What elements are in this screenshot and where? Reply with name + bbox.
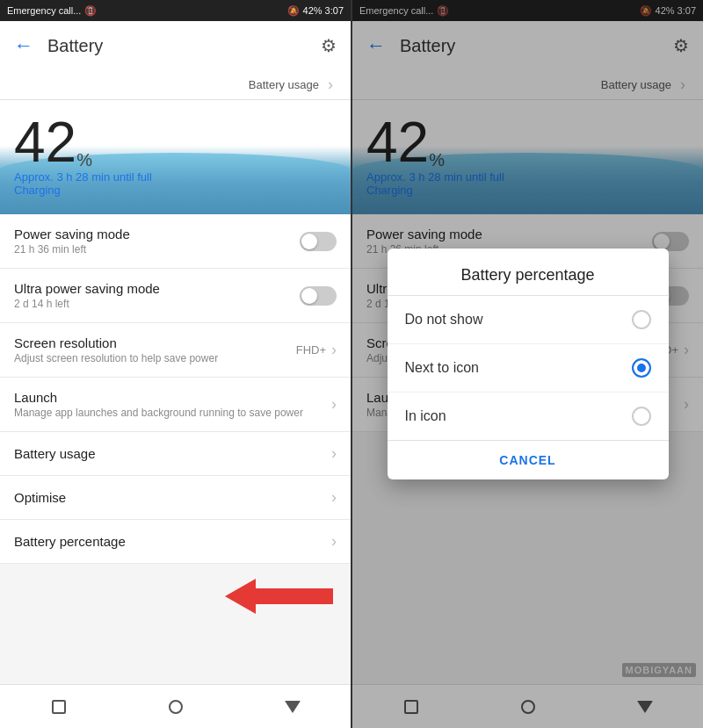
next-to-icon-radio[interactable] [632,358,651,378]
optimise-item[interactable]: Optimise › [0,476,351,520]
dialog-overlay: Battery percentage Do not show Next to i… [352,0,703,728]
screen-resolution-title: Screen resolution [14,335,296,350]
page-title-left: Battery [47,36,307,56]
notification-icon-left: 📵 [84,5,97,17]
ultra-power-saving-sub: 2 d 14 h left [14,298,300,310]
dialog-option-in-icon[interactable]: In icon [388,393,669,440]
do-not-show-radio[interactable] [632,310,651,329]
top-bar-left: ← Battery ⚙ [0,21,351,70]
red-arrow-overlay [225,579,333,614]
battery-time-left: Approx. 3 h 28 min until full [14,170,337,184]
bottom-nav-left [0,684,351,728]
optimise-chevron: › [331,488,337,507]
home-icon-left [169,700,183,714]
power-saving-toggle[interactable] [300,232,337,251]
battery-status-left: Charging [14,184,337,197]
optimise-content: Optimise [14,490,326,505]
power-saving-content: Power saving mode 21 h 36 min left [14,227,300,256]
battery-percentage-right: › [326,532,337,551]
back-button-left[interactable]: ← [14,34,33,57]
launch-item[interactable]: Launch Manage app launches and backgroun… [0,378,351,432]
power-saving-title: Power saving mode [14,227,300,241]
ultra-power-saving-title: Ultra power saving mode [14,281,300,296]
optimise-title: Optimise [14,490,326,505]
screen-resolution-chevron: › [331,341,337,359]
optimise-right: › [326,488,337,507]
nav-recents-left[interactable] [46,694,72,720]
settings-icon-left[interactable]: ⚙ [321,35,337,56]
launch-sub: Manage app launches and background runni… [14,407,326,419]
status-bar-left-info: Emergency call... 📵 [7,5,97,17]
screen-resolution-sub: Adjust screen resolution to help save po… [14,352,296,364]
back-icon-left [285,701,301,713]
dialog-option-next-to-icon[interactable]: Next to icon [388,344,669,393]
in-icon-radio[interactable] [632,407,651,426]
battery-percentage-dialog: Battery percentage Do not show Next to i… [388,249,669,479]
ultra-power-saving-content: Ultra power saving mode 2 d 14 h left [14,281,300,310]
power-saving-sub: 21 h 36 min left [14,243,300,256]
battery-percent-left: 42 [14,114,76,170]
dialog-title: Battery percentage [388,249,669,295]
battery-percentage-item[interactable]: Battery percentage › [0,520,351,564]
battery-status-left: 42% 3:07 [303,5,344,16]
nav-back-left[interactable] [279,694,306,720]
battery-percentage-chevron: › [331,532,337,551]
nav-home-left[interactable] [163,694,189,720]
battery-display-left: 42 % Approx. 3 h 28 min until full Charg… [0,100,351,214]
battery-usage-chevron2: › [331,444,337,463]
recents-icon-left [52,700,66,714]
battery-usage-right: › [326,444,337,463]
right-panel: Emergency call... 📵 🔕 42% 3:07 ← Battery… [352,0,703,728]
dialog-option-do-not-show[interactable]: Do not show [388,296,669,344]
emergency-call-left: Emergency call... [7,5,81,16]
status-bar-right-info: 🔕 42% 3:07 [287,5,344,17]
status-bar-left: Emergency call... 📵 🔕 42% 3:07 [0,0,351,21]
battery-usage-link-label-left: Battery usage [249,78,319,91]
launch-title: Launch [14,390,326,405]
dialog-cancel-button[interactable]: CANCEL [388,441,669,479]
do-not-show-label: Do not show [405,312,483,328]
ultra-power-saving-toggle[interactable] [300,286,337,306]
left-panel: Emergency call... 📵 🔕 42% 3:07 ← Battery… [0,0,351,728]
battery-info-left: Approx. 3 h 28 min until full Charging [14,170,337,211]
battery-percentage-title: Battery percentage [14,534,326,549]
red-arrow-body [254,588,333,604]
launch-content: Launch Manage app launches and backgroun… [14,390,326,419]
battery-percent-symbol-left: % [76,150,92,170]
screen-resolution-value: FHD+ › [296,341,337,359]
battery-usage-title: Battery usage [14,446,326,461]
launch-right: › [326,395,337,414]
screen-resolution-item[interactable]: Screen resolution Adjust screen resoluti… [0,323,351,378]
screen-resolution-content: Screen resolution Adjust screen resoluti… [14,335,296,364]
next-to-icon-label: Next to icon [405,360,479,376]
battery-usage-chevron-left: › [328,76,333,94]
ultra-power-saving-item[interactable]: Ultra power saving mode 2 d 14 h left [0,269,351,323]
power-saving-item[interactable]: Power saving mode 21 h 36 min left [0,214,351,269]
in-icon-label: In icon [405,408,446,424]
red-arrow-head [225,579,256,614]
battery-usage-content: Battery usage [14,446,326,461]
screen-resolution-fhd: FHD+ [296,343,326,357]
status-icons-left: 🔕 [287,5,300,17]
battery-percentage-content: Battery percentage [14,534,326,549]
launch-chevron: › [331,395,337,414]
battery-usage-link-left[interactable]: Battery usage › [0,70,351,100]
battery-usage-item[interactable]: Battery usage › [0,432,351,476]
